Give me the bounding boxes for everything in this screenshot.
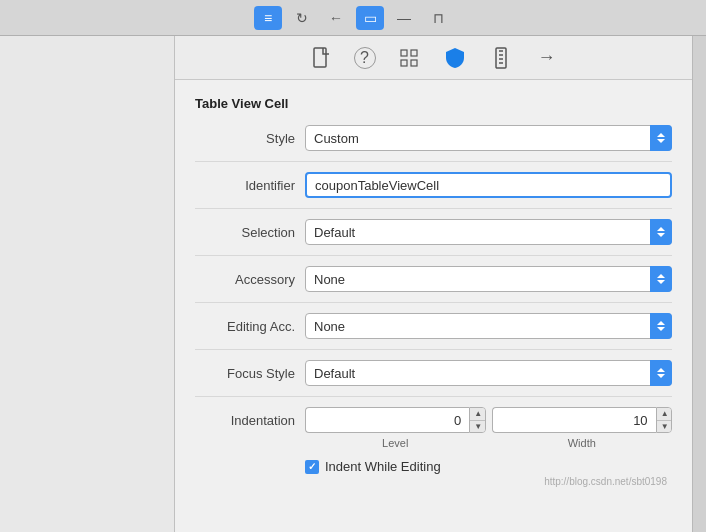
indentation-width-stepper: ▲ ▼ [656,407,672,433]
toolbar-back-btn[interactable]: ← [322,6,350,30]
main-content: ? [175,36,692,532]
section-title: Table View Cell [195,96,672,111]
main-layout: ? [0,36,706,532]
top-toolbar: ≡ ↻ ← ▭ — ⊓ [0,0,706,36]
focus-style-row: Focus Style Default [195,360,672,397]
style-label: Style [195,131,305,146]
indentation-level-wrap: ▲ ▼ [305,407,486,433]
focus-style-label: Focus Style [195,366,305,381]
shield-icon-btn[interactable] [442,45,468,71]
level-sub-label: Level [305,437,486,449]
editing-acc-row: Editing Acc. None [195,313,672,350]
editing-acc-select[interactable]: None [305,313,672,339]
indent-while-editing-row: ✓ Indent While Editing [195,459,672,474]
focus-style-control: Default [305,360,672,386]
svg-rect-4 [411,60,417,66]
indentation-level-input[interactable] [305,407,469,433]
selection-select-wrapper: Default [305,219,672,245]
indentation-sub-labels: Level Width [305,437,672,449]
icon-toolbar: ? [175,36,692,80]
toolbar-lines-btn[interactable]: ≡ [254,6,282,30]
accessory-label: Accessory [195,272,305,287]
indent-while-editing-wrap[interactable]: ✓ Indent While Editing [305,459,441,474]
checkmark-icon: ✓ [308,461,316,472]
indentation-label: Indentation [195,413,305,428]
left-panel [0,36,175,532]
right-scrollbar[interactable] [692,36,706,532]
toolbar-refresh-btn[interactable]: ↻ [288,6,316,30]
indentation-inputs: ▲ ▼ ▲ ▼ [305,407,672,433]
indentation-level-up-btn[interactable]: ▲ [470,408,485,421]
help-icon-btn[interactable]: ? [354,47,376,69]
toolbar-split-btn[interactable]: ⊓ [424,6,452,30]
indentation-width-down-btn[interactable]: ▼ [657,421,672,433]
focus-style-select[interactable]: Default [305,360,672,386]
indentation-width-up-btn[interactable]: ▲ [657,408,672,421]
indentation-level-down-btn[interactable]: ▼ [470,421,485,433]
selection-label: Selection [195,225,305,240]
grid-icon-btn[interactable] [396,45,422,71]
properties-section: Table View Cell Style Custom Identifier [175,80,692,503]
toolbar-dash-btn[interactable]: — [390,6,418,30]
selection-control: Default [305,219,672,245]
toolbar-rect-btn[interactable]: ▭ [356,6,384,30]
width-sub-label: Width [492,437,673,449]
identifier-control [305,172,672,198]
arrow-icon-btn[interactable]: → [534,45,560,71]
file-icon-btn[interactable] [308,45,334,71]
editing-acc-control: None [305,313,672,339]
accessory-row: Accessory None [195,266,672,303]
style-select[interactable]: Custom [305,125,672,151]
editing-acc-select-wrapper: None [305,313,672,339]
indent-while-editing-label: Indent While Editing [325,459,441,474]
indentation-level-stepper: ▲ ▼ [469,407,485,433]
indentation-row: Indentation ▲ ▼ ▲ [195,407,672,433]
style-row: Style Custom [195,125,672,162]
svg-rect-1 [401,50,407,56]
indentation-width-wrap: ▲ ▼ [492,407,673,433]
style-control: Custom [305,125,672,151]
style-select-wrapper: Custom [305,125,672,151]
svg-rect-3 [401,60,407,66]
identifier-input[interactable] [305,172,672,198]
selection-select[interactable]: Default [305,219,672,245]
focus-style-select-wrapper: Default [305,360,672,386]
accessory-select-wrapper: None [305,266,672,292]
accessory-select[interactable]: None [305,266,672,292]
identifier-row: Identifier [195,172,672,209]
indent-while-editing-checkbox[interactable]: ✓ [305,460,319,474]
svg-rect-2 [411,50,417,56]
ruler-icon-btn[interactable] [488,45,514,71]
accessory-control: None [305,266,672,292]
svg-rect-0 [314,48,326,67]
indentation-width-input[interactable] [492,407,656,433]
identifier-label: Identifier [195,178,305,193]
selection-row: Selection Default [195,219,672,256]
watermark: http://blog.csdn.net/sbt0198 [195,476,672,487]
editing-acc-label: Editing Acc. [195,319,305,334]
